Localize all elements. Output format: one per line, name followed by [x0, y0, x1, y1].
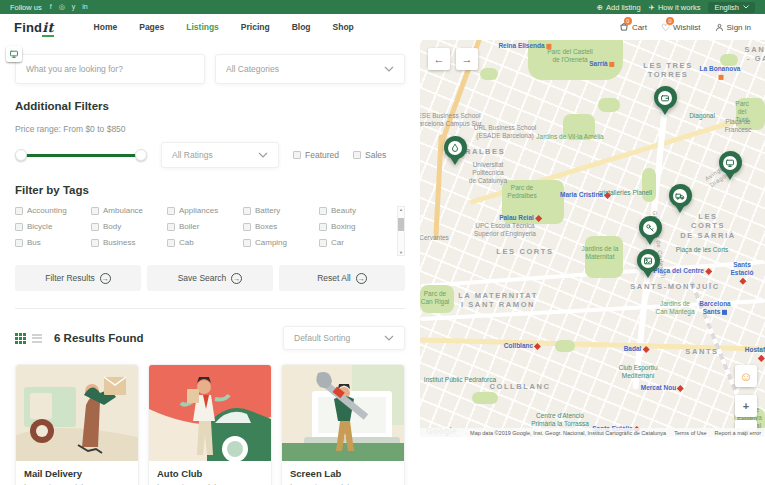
tag-checkbox[interactable]: Appliances	[167, 206, 239, 215]
listing-map-marker-image[interactable]	[636, 249, 660, 283]
sales-checkbox[interactable]: Sales	[353, 150, 386, 160]
facebook-icon[interactable]: f	[50, 3, 52, 11]
tag-checkbox[interactable]: Boxing	[319, 222, 391, 231]
listings-panel: All Categories Additional Filters Price …	[0, 40, 420, 485]
card-illustration	[282, 365, 404, 461]
checkbox-icon	[293, 151, 301, 159]
map-markers	[420, 40, 765, 437]
chevron-down-icon	[743, 5, 749, 9]
tags-grid: Accounting Ambulance Appliances	[15, 206, 405, 247]
signin-button[interactable]: Sign in	[715, 23, 751, 32]
linkedin-icon[interactable]: in	[82, 3, 87, 11]
tag-checkbox[interactable]: Body	[91, 222, 163, 231]
tag-checkbox[interactable]: Ambulance	[91, 206, 163, 215]
scrollbar-thumb[interactable]	[398, 218, 404, 231]
ratings-select[interactable]: All Ratings	[161, 142, 279, 168]
add-listing-link[interactable]: ⊕ Add listing	[597, 3, 641, 12]
grid-view-toggle[interactable]	[15, 333, 26, 344]
tag-checkbox[interactable]: Boiler	[167, 222, 239, 231]
tag-checkbox[interactable]: Boxes	[243, 222, 315, 231]
main-header: Findit Home Pages Listings Pricing Blog …	[0, 14, 765, 40]
follow-us-label: Follow us	[10, 3, 42, 12]
card-title[interactable]: Mail Delivery	[24, 468, 130, 479]
instagram-icon[interactable]: ◎	[59, 3, 65, 11]
filter-results-button[interactable]: Filter Results →	[15, 265, 141, 291]
checkbox-icon	[91, 239, 99, 247]
checkbox-icon	[167, 239, 175, 247]
report-error-link[interactable]: Report a map error	[715, 430, 761, 436]
search-input[interactable]	[26, 64, 194, 74]
map-forward-button[interactable]: →	[456, 48, 478, 70]
checkbox-icon	[15, 223, 23, 231]
featured-checkbox[interactable]: Featured	[293, 150, 339, 160]
checkbox-icon	[319, 207, 327, 215]
divider	[15, 308, 405, 309]
logo[interactable]: Findit	[14, 20, 54, 35]
card-title[interactable]: Screen Lab	[290, 468, 396, 479]
nav-home[interactable]: Home	[94, 22, 118, 32]
listing-map-marker-monitor[interactable]	[718, 151, 742, 185]
nav-blog[interactable]: Blog	[292, 22, 311, 32]
cart-button[interactable]: 0 Cart	[619, 22, 647, 32]
terms-link[interactable]: Terms of Use	[674, 430, 706, 436]
nav-shop[interactable]: Shop	[333, 22, 354, 32]
nav-pages[interactable]: Pages	[139, 22, 164, 32]
how-it-works-link[interactable]: ✈ How it works	[649, 3, 701, 12]
filter-by-tags-title: Filter by Tags	[15, 184, 405, 196]
card-illustration	[16, 365, 138, 461]
category-select[interactable]: All Categories	[215, 54, 405, 84]
main-nav: Home Pages Listings Pricing Blog Shop	[94, 22, 354, 32]
tag-checkbox[interactable]: Battery	[243, 206, 315, 215]
listing-card-screen-lab[interactable]: Screen Lab Lorem ipsum dolor ☆☆☆☆☆ ♡	[281, 364, 405, 485]
zoom-in-button[interactable]: +	[735, 395, 757, 417]
listing-map-marker-droplet[interactable]	[443, 136, 467, 170]
tag-checkbox[interactable]: Beauty	[319, 206, 391, 215]
tag-checkbox[interactable]: Camping	[243, 238, 315, 247]
tag-checkbox[interactable]: Car	[319, 238, 391, 247]
listing-map-marker-truck[interactable]	[668, 184, 692, 218]
language-selector[interactable]: English	[708, 2, 755, 13]
tag-checkbox[interactable]: Cab	[167, 238, 239, 247]
checkbox-icon	[243, 207, 251, 215]
checkbox-icon	[243, 239, 251, 247]
save-search-button[interactable]: Save Search →	[147, 265, 273, 291]
listing-map-marker-key[interactable]	[638, 216, 662, 250]
search-field[interactable]	[15, 54, 205, 84]
rocket-icon: ✈	[649, 3, 655, 12]
wishlist-button[interactable]: ♡ 0 Wishlist	[661, 22, 701, 33]
attribution-text: Map data ©2019 Google, Inst. Geogr. Naci…	[470, 430, 666, 436]
pegman-streetview[interactable]: ☺	[735, 365, 757, 387]
scroll-down-icon[interactable]: ▼	[398, 250, 404, 255]
checkbox-icon	[353, 151, 361, 159]
wishlist-badge: 0	[666, 17, 674, 25]
listing-card-auto-club[interactable]: Auto Club Lorem ipsum dolor ☆☆☆☆☆ ♡	[148, 364, 272, 485]
tag-checkbox[interactable]: Bus	[15, 238, 87, 247]
scroll-up-icon[interactable]: ▲	[398, 207, 404, 212]
cart-badge: 0	[624, 17, 632, 25]
tag-checkbox[interactable]: Business	[91, 238, 163, 247]
sorting-select[interactable]: Default Sorting	[283, 326, 405, 350]
nav-pricing[interactable]: Pricing	[241, 22, 270, 32]
tags-scrollbar[interactable]: ▲ ▼	[397, 206, 405, 256]
nav-listings[interactable]: Listings	[186, 22, 219, 32]
twitter-icon[interactable]: y	[72, 3, 76, 11]
results-map[interactable]: LES TRES TORRESSANT - GAPEDRALBESLES COR…	[420, 40, 765, 437]
slider-handle-max[interactable]	[135, 149, 147, 161]
map-back-button[interactable]: ←	[428, 48, 450, 70]
chevron-down-icon	[258, 152, 268, 158]
price-range-slider[interactable]	[15, 149, 147, 161]
price-range-label: Price range: From $0 to $850	[15, 124, 405, 134]
listing-map-marker-wallet[interactable]	[653, 86, 677, 120]
plus-circle-icon: ⊕	[597, 3, 603, 12]
checkbox-icon	[15, 207, 23, 215]
slider-handle-min[interactable]	[15, 149, 27, 161]
tag-checkbox[interactable]: Bicycle	[15, 222, 87, 231]
reset-all-button[interactable]: Reset All →	[279, 265, 405, 291]
listing-card-mail-delivery[interactable]: Mail Delivery Lorem ipsum dolor ☆☆☆☆☆ ♡	[15, 364, 139, 485]
list-view-toggle[interactable]	[32, 334, 42, 343]
checkbox-icon	[15, 239, 23, 247]
chevron-down-icon	[384, 335, 394, 341]
checkbox-icon	[91, 223, 99, 231]
tag-checkbox[interactable]: Accounting	[15, 206, 87, 215]
card-title[interactable]: Auto Club	[157, 468, 263, 479]
